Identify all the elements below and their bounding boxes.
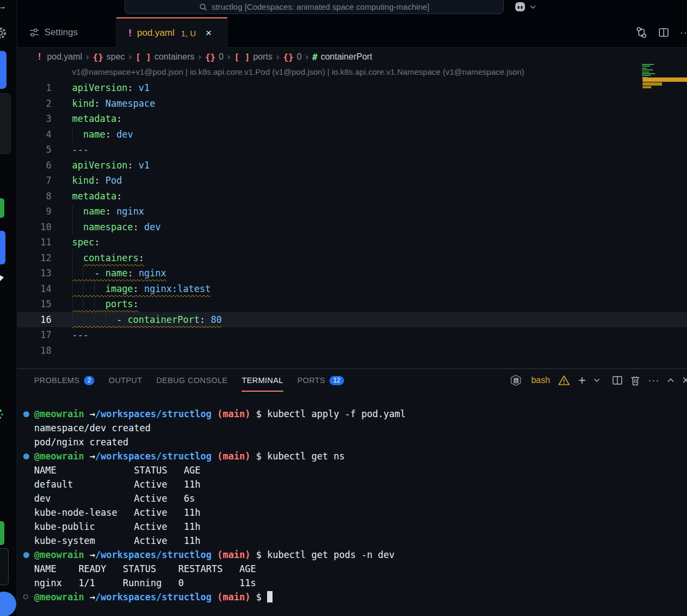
breadcrumb-label: pod.yaml (47, 52, 82, 62)
command-center-search[interactable]: structlog [Codespaces: animated space co… (125, 0, 504, 14)
panel-tab-output[interactable]: OUTPUT (108, 369, 142, 392)
vscode-codespaces-window: → structlog [Codespaces: animated space … (0, 0, 687, 616)
indent-guide (83, 312, 83, 328)
open-changes-icon[interactable] (636, 27, 647, 38)
indent-guide (83, 281, 83, 297)
editor-content[interactable]: 1apiVersion: v12kind: Namespace3metadata… (17, 80, 687, 358)
panel-tab-label: OUTPUT (108, 376, 142, 385)
panel-tab-badge: 2 (84, 376, 95, 385)
indent-guide (72, 312, 73, 328)
terminal-token: /workspaces/structlog (95, 592, 212, 602)
terminal-token: @meowrain (34, 451, 89, 462)
editor-line-15: 15 ports: (17, 296, 687, 312)
minimap-warning-bar-2 (643, 82, 662, 86)
code-token: : (94, 237, 100, 248)
split-editor-icon[interactable] (658, 27, 669, 38)
command-decoration-pending-icon[interactable] (23, 594, 28, 599)
line-code (51, 345, 72, 356)
terminal-token: pod/nginx created (34, 437, 128, 448)
line-code: name: nginx (51, 206, 144, 217)
code-token: : (133, 299, 139, 309)
terminal-token: @meowrain (34, 408, 89, 419)
warning-icon (558, 375, 570, 386)
line-code: apiVersion: v1 (51, 82, 150, 93)
panel-tab-problems[interactable]: PROBLEMS2 (34, 369, 94, 392)
line-code: spec: (51, 237, 100, 248)
command-decoration-icon[interactable] (23, 552, 29, 558)
terminal-line: nginx 1/1 Running 0 11s (17, 576, 687, 590)
editor-line-14: 14 image: nginx:latest (17, 281, 687, 297)
line-code: kind: Pod (51, 175, 122, 186)
line-code: name: dev (51, 129, 133, 140)
tab-close-icon[interactable]: × (206, 27, 212, 39)
close-panel-icon[interactable]: × (682, 373, 687, 387)
command-decoration-icon[interactable] (23, 453, 29, 459)
code-token: name (83, 129, 105, 140)
kill-terminal-trash-icon[interactable] (631, 375, 640, 386)
remote-account-indicator[interactable] (514, 1, 536, 13)
terminal-token: → (89, 592, 95, 602)
terminal[interactable]: @meowrain →/workspaces/structlog (main) … (17, 407, 687, 604)
panel-tab-debug-console[interactable]: DEBUG CONSOLE (156, 369, 228, 392)
code-token: Namespace (105, 98, 155, 109)
line-code: --- (51, 329, 89, 340)
code-token: ports (105, 299, 133, 309)
breadcrumb-item-0[interactable]: {}0 (205, 52, 223, 62)
code-token: v1 (139, 82, 150, 93)
command-decoration-icon[interactable] (23, 411, 29, 417)
line-code: metadata: (51, 113, 122, 124)
split-terminal-icon[interactable] (612, 375, 623, 385)
breadcrumb-item-containerPort[interactable]: #containerPort (312, 52, 372, 62)
terminal-dropdown-icon[interactable] (594, 378, 600, 382)
code-token (72, 206, 83, 217)
panel-tab-ports[interactable]: PORTS12 (297, 369, 344, 392)
terminal-token: → (89, 451, 95, 462)
breadcrumb-label: containers (154, 52, 195, 62)
panel-more-actions-icon[interactable]: ··· (648, 375, 659, 386)
code-token: nginx:latest (144, 283, 211, 294)
indent-guide (105, 312, 106, 328)
editor-line-11: 11spec: (17, 235, 687, 250)
breadcrumb-item-ports[interactable]: [ ]ports (234, 52, 272, 62)
cursor-arrow (0, 275, 4, 281)
code-token: : (116, 113, 122, 124)
breadcrumb-item-containers[interactable]: [ ]containers (135, 52, 195, 62)
editor-line-1: 1apiVersion: v1 (17, 80, 687, 96)
terminal-token: kube-public Active 11h (34, 521, 200, 532)
outlined-box-fragment (0, 548, 9, 585)
line-code: containers: (51, 252, 144, 263)
more-actions-icon[interactable]: ··· (680, 27, 687, 38)
code-token (72, 222, 83, 232)
tab-pod-yaml[interactable]: ! pod.yaml 1, U × (116, 17, 228, 48)
maximize-panel-icon[interactable] (667, 378, 674, 382)
code-token: kind (72, 175, 94, 186)
new-terminal-icon[interactable]: + (578, 375, 586, 386)
line-number: 6 (17, 158, 51, 173)
search-icon (199, 3, 208, 11)
minimap[interactable] (642, 64, 687, 96)
terminal-token: NAME STATUS AGE (34, 465, 200, 476)
line-number: 5 (17, 142, 51, 158)
symbol-object-icon: {} (283, 52, 293, 62)
panel-tab-terminal[interactable]: TERMINAL (242, 369, 283, 392)
line-code: --- (51, 144, 89, 155)
breadcrumb-item-spec[interactable]: {}spec (93, 52, 125, 62)
tab-settings[interactable]: Settings (17, 17, 116, 48)
chat-fab-fragment[interactable] (0, 592, 16, 616)
editor-line-16: 16 - containerPort: 80 (17, 312, 687, 328)
shell-label[interactable]: bash (531, 375, 550, 385)
panel-tab-label: PORTS (297, 376, 326, 385)
editor-line-9: 9 name: nginx (17, 204, 687, 219)
minimap-code-mark (642, 72, 649, 73)
terminal-token: (main) (217, 408, 250, 419)
terminal-line: kube-public Active 11h (17, 520, 687, 534)
breadcrumb-item-pod.yaml[interactable]: pod.yaml (47, 52, 82, 62)
line-number: 2 (17, 96, 51, 112)
terminal-token: kube-node-lease Active 11h (34, 507, 200, 518)
chevron-down-icon (530, 5, 536, 9)
panel-tab-badge: 12 (329, 376, 344, 385)
breadcrumb-item-0[interactable]: {}0 (283, 52, 301, 62)
breadcrumb-label: ports (253, 52, 273, 62)
settings-sliders-icon (29, 28, 39, 37)
minimap-code-mark (642, 66, 650, 67)
